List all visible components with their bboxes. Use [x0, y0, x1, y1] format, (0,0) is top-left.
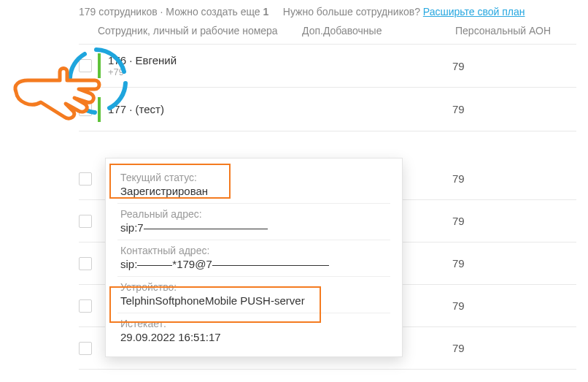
can-create-num: 1 — [263, 6, 269, 18]
status-indicator — [98, 53, 101, 78]
real-address-value: sip:7 — [120, 221, 387, 234]
row-checkbox[interactable] — [79, 257, 92, 270]
aon-value: 79 — [452, 257, 576, 270]
row-checkbox[interactable] — [79, 215, 92, 228]
expires-label: Истекает: — [120, 318, 387, 329]
status-block: Текущий статус: Зарегистрирован — [117, 167, 390, 204]
status-label: Текущий статус: — [120, 172, 387, 183]
header-employee: Сотрудник, личный и рабочие номера — [98, 25, 302, 37]
status-value: Зарегистрирован — [120, 185, 387, 197]
device-value: TelphinSoftphoneMobile PUSH-server — [120, 294, 387, 307]
employee-sub: +79 — [108, 66, 299, 77]
header-aon: Персональный АОН — [455, 25, 579, 37]
table-row[interactable]: 176 · Евгений +79 79 — [79, 44, 576, 88]
expires-block: Истекает: 29.09.2022 16:51:17 — [117, 313, 390, 349]
real-address-label: Реальный адрес: — [120, 208, 387, 220]
status-popup: Текущий статус: Зарегистрирован Реальный… — [105, 158, 403, 357]
row-checkbox[interactable] — [79, 172, 92, 186]
aon-value: 79 — [452, 342, 576, 354]
expand-plan-link[interactable]: Расширьте свой план — [423, 6, 525, 18]
expires-value: 29.09.2022 16:51:17 — [120, 331, 387, 343]
aon-value: 79 — [452, 299, 576, 312]
device-block: Устройство: TelphinSoftphoneMobile PUSH-… — [117, 277, 390, 313]
row-checkbox[interactable] — [79, 59, 92, 72]
top-info-bar: 179 сотрудников · Можно создать еще 1 Ну… — [0, 0, 588, 20]
contact-address-block: Контактный адрес: sip:*179@7 — [117, 240, 390, 277]
contact-address-label: Контактный адрес: — [120, 245, 387, 256]
can-create-label: Можно создать еще — [166, 6, 260, 18]
device-label: Устройство: — [120, 281, 387, 293]
table-header: Сотрудник, личный и рабочие номера Доп.Д… — [0, 20, 588, 44]
aon-value: 79 — [452, 215, 576, 227]
employee-title: 176 · Евгений — [108, 54, 299, 66]
row-checkbox[interactable] — [79, 299, 92, 313]
aon-value: 79 — [452, 172, 576, 185]
row-checkbox[interactable] — [79, 342, 92, 355]
header-ext: Доп.Добавочные — [302, 25, 455, 37]
contact-address-value: sip:*179@7 — [120, 258, 387, 270]
employee-list: 176 · Евгений +79 79 177 · (тест) 79 — [79, 44, 576, 131]
need-more-label: Нужно больше сотрудников? — [283, 6, 420, 18]
table-row[interactable]: 177 · (тест) 79 — [79, 88, 576, 131]
employee-title: 177 · (тест) — [108, 103, 299, 115]
real-address-block: Реальный адрес: sip:7 — [117, 204, 390, 240]
row-checkbox[interactable] — [79, 103, 92, 116]
employees-count: 179 сотрудников — [79, 6, 158, 18]
aon-value: 79 — [452, 60, 576, 72]
status-indicator — [98, 97, 101, 122]
aon-value: 79 — [452, 103, 576, 115]
